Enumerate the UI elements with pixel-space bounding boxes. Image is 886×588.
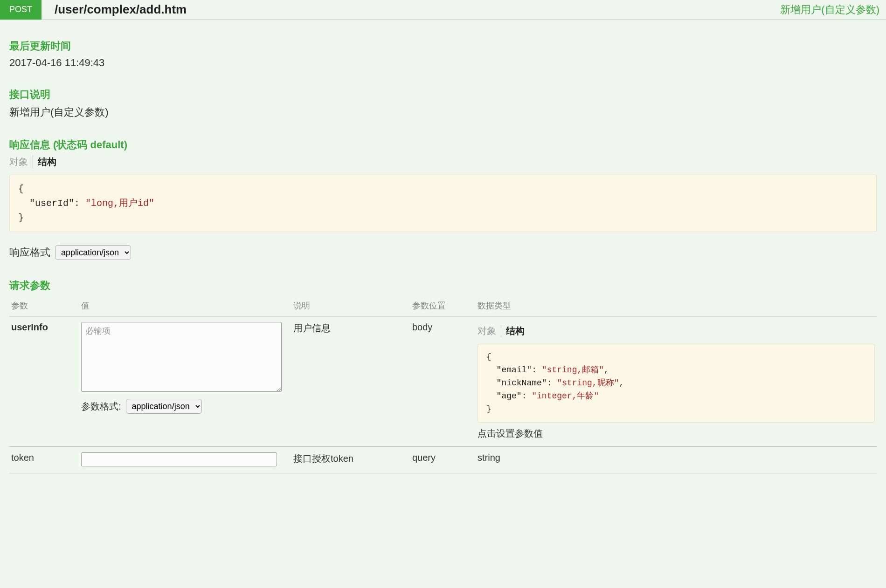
response-label: 响应信息 (状态码 default) [9, 138, 877, 152]
col-value: 值 [79, 296, 291, 316]
table-row: userInfo参数格式:application/json用户信息body对象结… [9, 316, 877, 447]
endpoint-path: /user/complex/add.htm [42, 2, 780, 17]
param-position: body [410, 316, 476, 447]
description-value: 新增用户(自定义参数) [9, 105, 877, 119]
updated-value: 2017-04-16 11:49:43 [9, 57, 877, 69]
param-type-cell: 对象结构{ "email": "string,邮箱", "nickName": … [476, 316, 877, 447]
col-param: 参数 [9, 296, 79, 316]
description-label: 接口说明 [9, 88, 877, 102]
set-param-value-link[interactable]: 点击设置参数值 [478, 427, 875, 440]
param-textarea[interactable] [81, 322, 282, 392]
param-value-cell: 参数格式:application/json [79, 316, 291, 447]
param-format-label: 参数格式: [81, 400, 121, 413]
param-desc: 用户信息 [291, 316, 410, 447]
request-params-label: 请求参数 [9, 279, 877, 293]
param-name: token [9, 447, 79, 473]
endpoint-title[interactable]: 新增用户(自定义参数) [780, 3, 886, 17]
params-table: 参数 值 说明 参数位置 数据类型 userInfo参数格式:applicati… [9, 296, 877, 473]
tab-object[interactable]: 对象 [9, 156, 33, 168]
col-type: 数据类型 [476, 296, 877, 316]
table-row: token接口授权tokenquerystring [9, 447, 877, 473]
http-method-badge: POST [0, 0, 42, 20]
col-desc: 说明 [291, 296, 410, 316]
updated-label: 最后更新时间 [9, 39, 877, 53]
response-tabs: 对象 结构 [9, 156, 877, 168]
param-name: userInfo [9, 316, 79, 447]
response-format-label: 响应格式 [9, 246, 50, 260]
param-type-json: { "email": "string,邮箱", "nickName": "str… [478, 344, 875, 423]
param-format-select[interactable]: application/json [126, 399, 202, 414]
param-input[interactable] [81, 452, 277, 466]
param-desc: 接口授权token [291, 447, 410, 473]
tab-structure[interactable]: 结构 [33, 156, 56, 168]
response-format-select[interactable]: application/json [55, 245, 131, 260]
col-pos: 参数位置 [410, 296, 476, 316]
header-bar: POST /user/complex/add.htm 新增用户(自定义参数) [0, 0, 886, 20]
response-json: { "userId": "long,用户id" } [9, 175, 877, 232]
param-value-cell [79, 447, 291, 473]
tab-object[interactable]: 对象 [478, 325, 501, 337]
param-type-cell: string [476, 447, 877, 473]
tab-structure[interactable]: 结构 [501, 325, 525, 337]
param-position: query [410, 447, 476, 473]
